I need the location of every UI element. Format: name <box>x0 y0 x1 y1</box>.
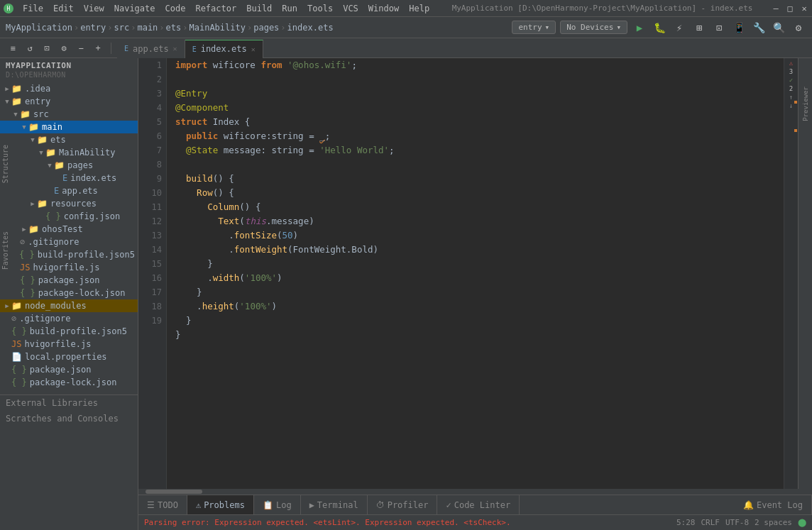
breadcrumb-pages[interactable]: pages <box>253 23 279 33</box>
settings2-button[interactable]: ⚙ <box>57 41 71 55</box>
tree-pages[interactable]: ▼ 📁 pages <box>0 159 138 172</box>
log-label: Log <box>276 500 292 510</box>
sidebar-scratches[interactable]: Scratches and Consoles <box>0 411 138 426</box>
horizontal-scrollbar[interactable] <box>138 489 812 495</box>
hvigorfile-root-icon: JS <box>11 339 21 349</box>
tree-node-modules[interactable]: ▶ 📁 node_modules <box>0 299 138 312</box>
expand-gutter-icon[interactable]: ↑ <box>789 94 793 101</box>
tree-src[interactable]: ▼ 📁 src <box>0 108 138 121</box>
menu-edit[interactable]: Edit <box>49 2 78 15</box>
tree-config-json[interactable]: ▼ { } config.json <box>0 210 138 223</box>
menu-window[interactable]: Window <box>364 2 403 15</box>
line-num-10: 10 <box>143 186 162 200</box>
profile-button[interactable]: ⚡ <box>671 20 687 35</box>
right-gutter: ⚠ 3 ✓ 2 ↑ ↓ <box>784 58 798 489</box>
scrollbar-thumb[interactable] <box>146 490 202 494</box>
status-position[interactable]: 5:28 <box>676 518 696 527</box>
tab-problems[interactable]: ⚠ Problems <box>187 495 254 515</box>
status-encoding[interactable]: UTF-8 <box>725 518 749 527</box>
status-indent[interactable]: 2 spaces <box>755 518 792 527</box>
tree-hvigorfile-root[interactable]: JS hvigorfile.js <box>0 338 138 350</box>
breadcrumb-mainability[interactable]: MainAbility <box>190 23 246 33</box>
menu-code[interactable]: Code <box>161 2 190 15</box>
device-manager-button[interactable]: 📱 <box>731 20 747 35</box>
tree-gitignore-root[interactable]: ⊘ .gitignore <box>0 312 138 325</box>
structure-label[interactable]: Structure <box>0 142 11 186</box>
close-button[interactable]: ✕ <box>799 4 809 13</box>
favorites-label[interactable]: Favorites <box>0 228 11 272</box>
run-button[interactable]: ▶ <box>632 20 647 35</box>
tree-idea[interactable]: ▶ 📁 .idea <box>0 82 138 95</box>
tree-mainability[interactable]: ▼ 📁 MainAbility <box>0 146 138 159</box>
breadcrumb-ets[interactable]: ets <box>166 23 182 33</box>
tree-ets[interactable]: ▼ 📁 ets <box>0 133 138 146</box>
tree-package-lock-root[interactable]: { } package-lock.json <box>0 376 138 389</box>
add-button[interactable]: + <box>91 41 105 55</box>
menu-refactor[interactable]: Refactor <box>191 2 241 15</box>
breadcrumb-main[interactable]: main <box>137 23 158 33</box>
sdk-manager-button[interactable]: 🔧 <box>751 20 767 35</box>
project-icon[interactable]: ≡ <box>6 41 20 55</box>
tree-package-root[interactable]: { } package.json <box>0 363 138 376</box>
tree-build-profile-root[interactable]: { } build-profile.json5 <box>0 325 138 338</box>
tab-log[interactable]: 📋 Log <box>254 495 301 515</box>
main-area: MyApplication D:\OpenHarmon ▶ 📁 .idea ▼ … <box>0 58 812 530</box>
tree-gitignore-entry[interactable]: ▼ ⊘ .gitignore <box>0 236 138 248</box>
code-line-18: .height('100%') <box>175 299 784 314</box>
menu-help[interactable]: Help <box>405 2 434 15</box>
tab-profiler[interactable]: ⏱ Profiler <box>368 495 438 515</box>
tree-local-properties[interactable]: 📄 local.properties <box>0 350 138 363</box>
breadcrumb-app[interactable]: MyApplication <box>6 23 72 33</box>
menu-build[interactable]: Build <box>242 2 276 15</box>
code-line-11: Column() { <box>175 200 784 214</box>
menu-vcs[interactable]: VCS <box>339 2 363 15</box>
maximize-button[interactable]: □ <box>785 4 795 13</box>
tab-index-ets[interactable]: E index.ets ✕ <box>185 40 263 58</box>
coverage-button[interactable]: ⊞ <box>691 20 707 35</box>
breadcrumb-file[interactable]: index.ets <box>287 23 334 33</box>
tree-entry[interactable]: ▼ 📁 entry <box>0 95 138 108</box>
tab-todo[interactable]: ☰ TODO <box>138 495 187 515</box>
tab-code-linter[interactable]: ✓ Code Linter <box>437 495 520 515</box>
code-line-1: import wificore from '@ohos.wifi'; <box>175 58 784 72</box>
tree-ohostest[interactable]: ▶ 📁 ohosTest <box>0 223 138 236</box>
code-content[interactable]: import wificore from '@ohos.wifi'; @Entr… <box>167 58 784 489</box>
tree-main[interactable]: ▼ 📁 main <box>0 121 138 133</box>
breadcrumb-entry[interactable]: entry <box>80 23 106 33</box>
tree-package-lock-entry[interactable]: ▼ { } package-lock.json <box>0 287 138 299</box>
tree-app-ets[interactable]: ▼ E app.ets <box>0 184 138 197</box>
main-folder-icon: 📁 <box>28 122 39 132</box>
settings-button[interactable]: ⚙ <box>791 20 806 35</box>
tree-package-entry[interactable]: ▼ { } package.json <box>0 274 138 287</box>
menu-navigate[interactable]: Navigate <box>110 2 160 15</box>
debug-button[interactable]: 🐛 <box>652 20 667 35</box>
status-crlf[interactable]: CRLF <box>701 518 720 527</box>
menu-tools[interactable]: Tools <box>303 2 337 15</box>
tree-hvigorfile-entry[interactable]: ▼ JS hvigorfile.js <box>0 261 138 274</box>
menu-run[interactable]: Run <box>278 2 302 15</box>
sync-button[interactable]: ↺ <box>23 41 37 55</box>
menu-file[interactable]: File <box>18 2 48 15</box>
tab-app-ets[interactable]: E app.ets ✕ <box>117 40 185 58</box>
tree-resources[interactable]: ▶ 📁 resources <box>0 197 138 210</box>
minimize-button[interactable]: — <box>771 4 781 13</box>
tree-build-profile-entry[interactable]: ▼ { } build-profile.json5 <box>0 248 138 261</box>
tab-terminal[interactable]: ▶ Terminal <box>301 495 368 515</box>
collapse-gutter-icon[interactable]: ↓ <box>789 102 793 109</box>
attach-button[interactable]: ⊡ <box>711 20 727 35</box>
menu-view[interactable]: View <box>79 2 109 15</box>
sidebar-external-libraries[interactable]: External Libraries <box>0 395 138 411</box>
tree-index-ets[interactable]: ▼ E index.ets <box>0 172 138 184</box>
breadcrumb-src[interactable]: src <box>114 23 130 33</box>
device-dropdown[interactable]: No Devices ▾ <box>560 21 627 34</box>
tab-index-ets-close[interactable]: ✕ <box>251 45 256 53</box>
tab-app-ets-close[interactable]: ✕ <box>173 45 177 53</box>
code-editor[interactable]: 1 2 3 4 5 6 7 8 9 10 11 12 13 14 15 16 1… <box>138 58 812 489</box>
event-log-btn[interactable]: 🔔 Event Log <box>735 495 812 515</box>
entry-dropdown[interactable]: entry ▾ <box>512 21 556 34</box>
event-log-icon: 🔔 <box>743 500 754 510</box>
previewer-label[interactable]: Previewer <box>802 87 809 121</box>
layout-button[interactable]: ⊡ <box>40 41 54 55</box>
search-button[interactable]: 🔍 <box>771 20 786 35</box>
minus-button[interactable]: − <box>74 41 88 55</box>
